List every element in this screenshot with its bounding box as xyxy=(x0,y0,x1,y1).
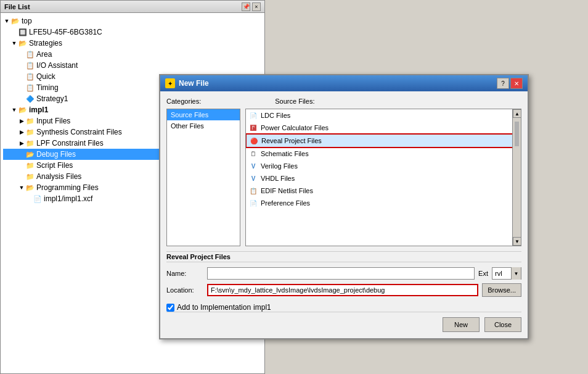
source-label-preference: Preference Files xyxy=(261,199,310,207)
browse-button[interactable]: Browse... xyxy=(482,283,521,297)
script-files-icon: 📁 xyxy=(25,160,35,170)
name-label: Name: xyxy=(166,270,203,277)
expand-synth-constraint[interactable]: ▶ xyxy=(18,128,25,136)
programming-files-icon: 📂 xyxy=(25,183,35,193)
categories-panel: Source Files Other Files xyxy=(166,109,240,246)
source-item-vhdl[interactable]: V VHDL Files xyxy=(246,172,521,185)
source-label-verilog: Verilog Files xyxy=(261,162,298,170)
expand-debug-files xyxy=(18,151,25,158)
tree-item-ioassist[interactable]: 📋 I/O Assistant xyxy=(3,60,262,71)
tree-label-lpf-constraint: LPF Constraint Files xyxy=(36,139,104,148)
source-label-schematic: Schematic Files xyxy=(261,150,309,157)
scroll-thumb[interactable] xyxy=(515,122,519,146)
panel-titlebar: File List 📌 × xyxy=(1,1,264,13)
dialog-column-labels: Categories: Source Files: xyxy=(166,98,521,105)
schematic-icon: 🗒 xyxy=(248,149,258,159)
impl1-folder-icon: 📂 xyxy=(18,105,28,115)
chip-icon: 🔲 xyxy=(18,27,28,37)
source-item-verilog[interactable]: V Verilog Files xyxy=(246,160,521,172)
expand-timing xyxy=(18,84,25,91)
new-button[interactable]: New xyxy=(443,317,480,332)
expand-script-files xyxy=(18,162,25,169)
close-button[interactable]: Close xyxy=(484,317,521,332)
add-to-impl-row: Add to Implementation impl1 xyxy=(166,303,521,312)
cat-item-source-files[interactable]: Source Files xyxy=(167,109,240,120)
debug-files-icon: 📂 xyxy=(25,149,35,159)
expand-quick xyxy=(18,73,25,80)
ext-value: rvl xyxy=(492,270,511,277)
source-files-panel: 📄 LDC Files 🅿 Power Calculator Files 🔴 R… xyxy=(245,109,521,246)
ext-dropdown-arrow[interactable]: ▼ xyxy=(511,267,521,280)
panel-controls: 📌 × xyxy=(242,2,261,11)
expand-ioassist xyxy=(18,62,25,69)
panel-pin-button[interactable]: 📌 xyxy=(242,2,250,11)
area-icon: 📋 xyxy=(25,49,35,59)
expand-impl1[interactable]: ▼ xyxy=(10,106,18,114)
location-value[interactable]: F:\svn\y_mdy_lattice_lvdsImage\lvdsImage… xyxy=(207,284,478,296)
source-label-ldc: LDC Files xyxy=(261,112,290,119)
dialog-win-controls: ? ✕ xyxy=(497,78,523,89)
tree-label-debug-files: Debug Files xyxy=(36,150,76,159)
source-item-schematic[interactable]: 🗒 Schematic Files xyxy=(246,148,521,160)
scroll-up-arrow[interactable]: ▲ xyxy=(513,109,521,118)
source-item-preference[interactable]: 📄 Preference Files xyxy=(246,197,521,209)
tree-label-analysis-files: Analysis Files xyxy=(36,172,81,181)
dialog-titlebar: ✦ New File ? ✕ xyxy=(160,75,528,91)
expand-chip xyxy=(10,28,18,36)
source-label-vhdl: VHDL Files xyxy=(261,175,295,182)
tree-label-script-files: Script Files xyxy=(36,161,73,170)
vhdl-icon: V xyxy=(248,173,258,183)
tree-label-programming-files: Programming Files xyxy=(36,183,99,192)
dialog-help-button[interactable]: ? xyxy=(497,78,509,89)
ext-combo[interactable]: rvl ▼ xyxy=(492,267,521,280)
name-row: Name: Ext rvl ▼ xyxy=(166,267,521,280)
ldc-icon: 📄 xyxy=(248,110,258,120)
input-files-icon: 📁 xyxy=(25,116,35,126)
tree-label-input-files: Input Files xyxy=(36,117,70,125)
expand-input-files[interactable]: ▶ xyxy=(18,117,25,125)
dialog-icon: ✦ xyxy=(165,78,175,88)
tree-item-strategies[interactable]: ▼ 📂 Strategies xyxy=(3,38,262,49)
tree-item-area[interactable]: 📋 Area xyxy=(3,49,262,60)
cat-source-label: Source Files xyxy=(171,111,208,118)
source-files-scrollbar[interactable]: ▲ ▼ xyxy=(512,109,521,246)
cat-item-other-files[interactable]: Other Files xyxy=(167,120,240,131)
source-label-power-calc: Power Calculator Files xyxy=(261,124,329,131)
synth-constraint-icon: 📁 xyxy=(25,127,35,137)
tree-label-strategies: Strategies xyxy=(29,39,62,48)
panel-close-button[interactable]: × xyxy=(252,2,261,11)
tree-label-impl1-xcf: impl1/impl1.xcf xyxy=(44,194,92,203)
folder-open-icon: 📂 xyxy=(10,16,20,26)
tree-label-chip: LFE5U-45F-6BG381C xyxy=(29,28,102,36)
tree-item-top[interactable]: ▼ 📂 top xyxy=(3,15,262,27)
expand-programming-files[interactable]: ▼ xyxy=(18,184,25,191)
tree-label-area: Area xyxy=(36,50,52,59)
expand-lpf-constraint[interactable]: ▶ xyxy=(18,139,25,147)
scroll-down-arrow[interactable]: ▼ xyxy=(513,237,521,246)
selected-type-label: Reveal Project Files xyxy=(166,251,521,262)
verilog-icon: V xyxy=(248,161,258,171)
quick-icon: 📋 xyxy=(25,72,35,81)
preference-icon: 📄 xyxy=(248,198,258,208)
impl1-xcf-icon: 📄 xyxy=(33,194,43,204)
tree-label-quick: Quick xyxy=(36,72,55,81)
new-file-dialog: ✦ New File ? ✕ Categories: Source Files:… xyxy=(159,74,529,339)
expand-top[interactable]: ▼ xyxy=(3,17,10,25)
expand-strategies[interactable]: ▼ xyxy=(10,39,18,47)
add-to-impl-checkbox[interactable] xyxy=(166,304,174,312)
name-input[interactable] xyxy=(207,267,475,280)
reveal-project-icon: 🔴 xyxy=(249,136,259,146)
source-item-edif[interactable]: 📋 EDIF Netlist Files xyxy=(246,185,521,197)
dialog-close-winbtn[interactable]: ✕ xyxy=(510,78,523,89)
cat-other-label: Other Files xyxy=(171,122,204,130)
dialog-title: New File xyxy=(179,79,209,88)
expand-area xyxy=(18,51,25,58)
tree-item-chip[interactable]: 🔲 LFE5U-45F-6BG381C xyxy=(3,27,262,38)
source-item-power-calc[interactable]: 🅿 Power Calculator Files xyxy=(246,122,521,134)
tree-label-timing: Timing xyxy=(36,83,59,92)
ioassist-icon: 📋 xyxy=(25,60,35,70)
location-row: Location: F:\svn\y_mdy_lattice_lvdsImage… xyxy=(166,283,521,297)
source-item-ldc[interactable]: 📄 LDC Files xyxy=(246,109,521,122)
source-item-reveal-project[interactable]: 🔴 Reveal Project Files xyxy=(246,134,521,148)
expand-analysis-files xyxy=(18,173,25,180)
